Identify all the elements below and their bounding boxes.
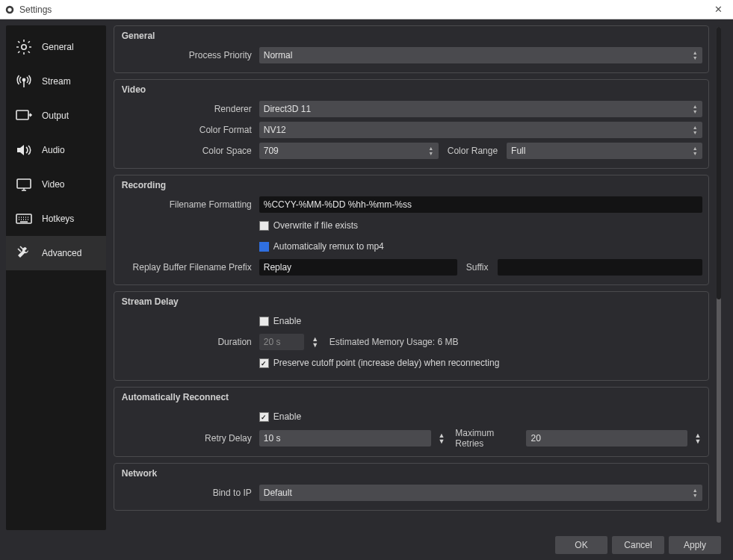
group-stream-delay: Stream Delay Enable Duration 20 s [114,291,710,381]
svg-rect-5 [17,179,31,188]
gear-icon [13,37,34,57]
sidebar-item-general[interactable]: General [6,30,106,64]
sidebar-item-label: Output [42,111,69,121]
select-value: NV12 [264,125,286,135]
color-range-select[interactable]: Full ▲▼ [507,143,702,159]
retry-delay-spinner[interactable]: 10 s [259,430,431,447]
process-priority-select[interactable]: Normal ▲▼ [259,47,703,63]
filename-formatting-input[interactable]: %CCYY-%MM-%DD %hh-%mm-%ss [259,196,703,213]
bind-ip-select[interactable]: Default ▲▼ [259,485,703,501]
button-label: Cancel [624,540,652,550]
checkbox-icon [259,412,269,422]
checkbox-icon [259,358,269,368]
sidebar-item-label: Hotkeys [42,214,74,224]
renderer-select[interactable]: Direct3D 11 ▲▼ [259,101,703,117]
group-title: Recording [120,180,703,190]
checkbox-label: Enable [273,316,301,326]
select-value: 709 [264,146,279,156]
updown-icon[interactable]: ▲▼ [310,336,321,348]
estimate-label: Estimated Memory Usage: 6 MB [327,337,462,347]
app-icon [4,4,15,15]
scrollbar-thumb[interactable] [717,27,721,299]
output-icon [13,105,34,126]
bind-ip-label: Bind to IP [120,488,253,498]
replay-prefix-input[interactable]: Replay [259,259,457,276]
updown-icon[interactable]: ▲▼ [693,432,702,444]
checkbox-label: Preserve cutoff point (increase delay) w… [273,358,500,368]
spin-value: 20 [531,433,540,444]
select-value: Normal [264,50,293,60]
group-auto-reconnect: Automatically Reconnect Enable Retry Del… [114,387,710,457]
updown-icon[interactable]: ▲▼ [437,432,446,444]
checkbox-icon [259,221,269,231]
sidebar: General Stream Output Audio Video [6,25,106,530]
duration-spinner[interactable]: 20 s [259,334,304,350]
speaker-icon [13,140,34,161]
sidebar-item-label: Audio [42,145,65,155]
checkbox-icon [259,242,269,252]
close-icon[interactable]: ✕ [708,4,729,15]
color-space-label: Color Space [120,146,253,156]
overwrite-checkbox[interactable]: Overwrite if file exists [259,220,358,231]
color-format-select[interactable]: NV12 ▲▼ [259,122,703,138]
sidebar-item-label: Video [42,179,64,190]
input-value: Replay [264,262,291,273]
svg-point-2 [22,45,26,49]
group-network: Network Bind to IP Default ▲▼ [114,463,710,511]
ok-button[interactable]: OK [555,536,607,554]
retry-delay-label: Retry Delay [120,433,253,444]
suffix-input[interactable] [498,259,703,276]
checkbox-label: Overwrite if file exists [273,220,358,231]
process-priority-label: Process Priority [120,50,253,60]
duration-label: Duration [120,337,253,347]
sidebar-item-hotkeys[interactable]: Hotkeys [6,202,106,236]
renderer-label: Renderer [120,104,253,114]
updown-icon: ▲▼ [690,49,699,62]
svg-point-1 [7,7,11,11]
apply-button[interactable]: Apply [669,536,721,554]
window-title: Settings [19,4,52,15]
color-space-select[interactable]: 709 ▲▼ [259,143,439,159]
replay-prefix-label: Replay Buffer Filename Prefix [120,262,253,273]
button-label: Apply [684,540,706,550]
updown-icon: ▲▼ [690,486,699,500]
color-range-label: Color Range [445,146,501,156]
updown-icon: ▲▼ [427,144,436,158]
group-title: Network [120,468,703,479]
reconnect-enable-checkbox[interactable]: Enable [259,411,301,422]
select-value: Full [511,146,525,156]
content: General Process Priority Normal ▲▼ Video… [114,25,713,530]
group-title: Stream Delay [120,296,703,307]
color-format-label: Color Format [120,125,253,135]
updown-icon: ▲▼ [690,123,699,137]
sidebar-item-advanced[interactable]: Advanced [6,236,106,270]
updown-icon: ▲▼ [690,102,699,116]
spin-value: 20 s [264,337,281,347]
sidebar-item-label: Advanced [42,248,81,258]
filename-formatting-label: Filename Formatting [120,199,253,210]
group-title: General [120,31,703,41]
button-label: OK [575,540,587,550]
preserve-cutoff-checkbox[interactable]: Preserve cutoff point (increase delay) w… [259,358,500,368]
stream-delay-enable-checkbox[interactable]: Enable [259,316,301,326]
sidebar-item-output[interactable]: Output [6,99,106,133]
group-video: Video Renderer Direct3D 11 ▲▼ Color Form… [114,79,710,169]
group-recording: Recording Filename Formatting %CCYY-%MM-… [114,175,710,285]
group-title: Video [120,84,703,95]
antenna-icon [13,71,34,92]
input-value: %CCYY-%MM-%DD %hh-%mm-%ss [264,199,412,210]
sidebar-item-video[interactable]: Video [6,167,106,202]
select-value: Direct3D 11 [264,104,311,114]
cancel-button[interactable]: Cancel [612,536,664,554]
sidebar-item-stream[interactable]: Stream [6,64,106,99]
sidebar-item-audio[interactable]: Audio [6,133,106,167]
max-retries-spinner[interactable]: 20 [526,430,687,447]
auto-remux-checkbox[interactable]: Automatically remux to mp4 [259,241,384,252]
sidebar-item-label: Stream [42,76,71,87]
group-general: General Process Priority Normal ▲▼ [114,25,710,73]
checkbox-label: Enable [273,411,301,422]
monitor-icon [13,174,34,195]
titlebar: Settings ✕ [0,0,733,19]
scrollbar[interactable] [717,27,721,523]
checkbox-label: Automatically remux to mp4 [273,241,384,252]
